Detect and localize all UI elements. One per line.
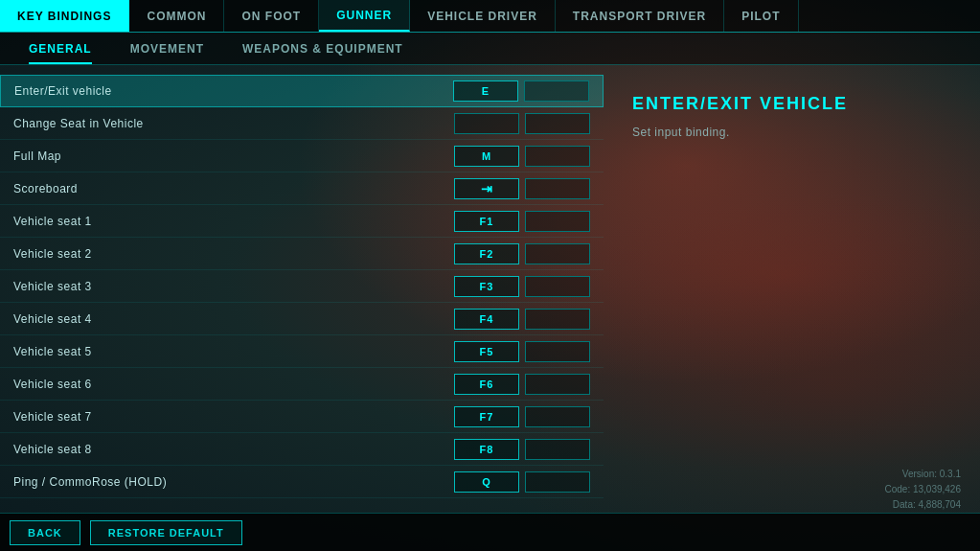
key-box-primary[interactable]: F6: [454, 374, 519, 395]
key-box-secondary[interactable]: [525, 243, 590, 264]
binding-name: Vehicle seat 4: [13, 312, 454, 326]
key-box-primary[interactable]: F8: [454, 439, 519, 460]
binding-name: Vehicle seat 2: [13, 247, 454, 261]
binding-row[interactable]: Vehicle seat 7 F7: [0, 401, 604, 433]
key-slots: E: [453, 80, 589, 102]
binding-name: Full Map: [13, 149, 454, 163]
key-box-secondary[interactable]: [525, 146, 590, 167]
binding-row[interactable]: Vehicle seat 6 F6: [0, 368, 604, 401]
nav-vehicle-driver[interactable]: VEHICLE DRIVER: [410, 0, 556, 32]
key-box-secondary[interactable]: [525, 406, 590, 427]
subnav-general[interactable]: GENERAL: [10, 33, 111, 64]
version-line1: Version: 0.3.1: [884, 467, 961, 482]
binding-row[interactable]: Vehicle seat 4 F4: [0, 303, 604, 335]
key-box-secondary[interactable]: [524, 80, 589, 102]
binding-name: Vehicle seat 7: [13, 410, 454, 424]
key-box-secondary[interactable]: [525, 178, 590, 199]
key-box-secondary[interactable]: [525, 113, 590, 134]
key-box-secondary[interactable]: [525, 471, 590, 493]
binding-row[interactable]: Vehicle seat 8 F8: [0, 433, 604, 466]
subnav-weapons-equipment[interactable]: WEAPONS & EQUIPMENT: [223, 33, 422, 64]
detail-panel: ENTER/EXIT VEHICLE Set input binding. Ve…: [604, 65, 980, 513]
nav-common[interactable]: COMMON: [129, 0, 224, 32]
key-box-primary[interactable]: [454, 113, 519, 134]
binding-name: Vehicle seat 8: [13, 443, 454, 456]
key-box-primary[interactable]: F2: [454, 243, 519, 264]
key-box-primary[interactable]: F1: [454, 211, 519, 232]
nav-transport-driver[interactable]: TRANSPORT DRIVER: [556, 0, 724, 32]
binding-row[interactable]: Vehicle seat 2 F2: [0, 238, 604, 270]
key-slots: ⇥: [454, 178, 590, 199]
key-box-secondary[interactable]: [525, 276, 590, 297]
binding-row[interactable]: Change Seat in Vehicle: [0, 107, 604, 140]
restore-default-button[interactable]: RESTORE DEFAULT: [90, 520, 242, 545]
back-button[interactable]: BACK: [10, 520, 80, 545]
bindings-list: Enter/Exit vehicle E Change Seat in Vehi…: [0, 65, 604, 513]
main-content: Enter/Exit vehicle E Change Seat in Vehi…: [0, 65, 980, 513]
binding-name: Vehicle seat 3: [13, 280, 454, 293]
version-info: Version: 0.3.1 Code: 13,039,426 Data: 4,…: [884, 467, 961, 513]
nav-gunner[interactable]: GUNNER: [319, 0, 410, 32]
subnav-movement[interactable]: MOVEMENT: [111, 33, 223, 64]
key-box-secondary[interactable]: [525, 341, 590, 362]
binding-row[interactable]: Vehicle seat 3 F3: [0, 270, 604, 303]
version-line2: Code: 13,039,426: [884, 482, 961, 497]
nav-on-foot[interactable]: ON FOOT: [224, 0, 319, 32]
binding-row[interactable]: Enter/Exit vehicle E: [0, 75, 604, 107]
binding-name: Vehicle seat 1: [13, 215, 454, 228]
key-box-secondary[interactable]: [525, 439, 590, 460]
key-box-primary[interactable]: F5: [454, 341, 519, 362]
binding-name: Change Seat in Vehicle: [13, 117, 454, 130]
key-box-secondary[interactable]: [525, 309, 590, 330]
nav-key-bindings[interactable]: KEY BINDINGS: [0, 0, 129, 32]
key-box-primary[interactable]: ⇥: [454, 178, 519, 199]
binding-row[interactable]: Ping / CommoRose (HOLD) Q: [0, 466, 604, 498]
binding-name: Vehicle seat 6: [13, 378, 454, 391]
key-slots: [454, 113, 590, 134]
detail-description: Set input binding.: [632, 126, 951, 139]
key-box-primary[interactable]: F3: [454, 276, 519, 297]
key-box-primary[interactable]: E: [453, 80, 518, 102]
detail-title: ENTER/EXIT VEHICLE: [632, 94, 951, 114]
binding-row[interactable]: Scoreboard ⇥: [0, 172, 604, 205]
binding-row[interactable]: Full Map M: [0, 140, 604, 172]
binding-name: Vehicle seat 5: [13, 345, 454, 358]
binding-row[interactable]: Vehicle seat 1 F1: [0, 205, 604, 238]
key-box-primary[interactable]: Q: [454, 471, 519, 493]
binding-name: Scoreboard: [13, 182, 454, 195]
key-box-primary[interactable]: M: [454, 146, 519, 167]
version-line3: Data: 4,888,704: [884, 497, 961, 513]
nav-pilot[interactable]: PILOT: [724, 0, 798, 32]
sub-nav: GENERAL MOVEMENT WEAPONS & EQUIPMENT: [0, 33, 980, 65]
key-box-primary[interactable]: F4: [454, 309, 519, 330]
binding-name: Enter/Exit vehicle: [14, 84, 453, 98]
key-box-secondary[interactable]: [525, 374, 590, 395]
bottom-bar: BACK RESTORE DEFAULT: [0, 513, 980, 551]
binding-row[interactable]: Vehicle seat 5 F5: [0, 335, 604, 368]
key-box-secondary[interactable]: [525, 211, 590, 232]
top-nav: KEY BINDINGS COMMON ON FOOT GUNNER VEHIC…: [0, 0, 980, 33]
binding-name: Ping / CommoRose (HOLD): [13, 475, 454, 489]
key-slots: M: [454, 146, 590, 167]
key-box-primary[interactable]: F7: [454, 406, 519, 427]
